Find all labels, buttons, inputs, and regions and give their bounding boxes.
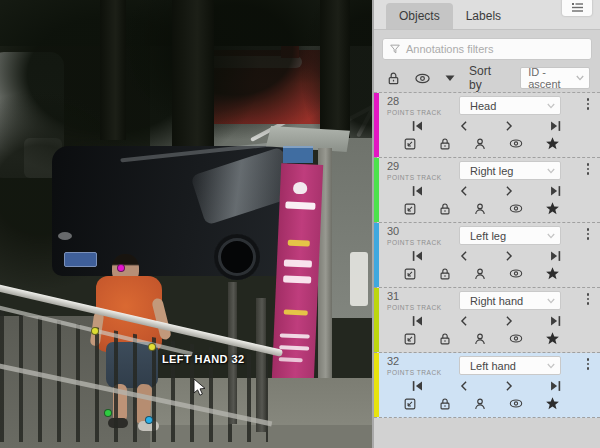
occluded-button[interactable] [473, 202, 487, 216]
object-menu-button[interactable] [582, 356, 594, 370]
filter-row: Annotations filters [374, 30, 600, 64]
first-keyframe-button[interactable] [411, 380, 424, 392]
next-keyframe-button[interactable] [504, 250, 514, 262]
chevron-down-icon [546, 362, 556, 370]
lock-button[interactable] [438, 397, 452, 411]
keyframe-star-button[interactable] [545, 201, 560, 216]
object-label-select[interactable]: Left leg [459, 226, 561, 245]
object-menu-button[interactable] [582, 161, 594, 175]
object-row[interactable]: 32 POINTS TRACK Left hand [374, 353, 600, 418]
keyframe-star-button[interactable] [545, 396, 560, 411]
occluded-button[interactable] [473, 137, 487, 151]
annotation-point-green-point[interactable] [104, 409, 112, 417]
lock-button[interactable] [438, 202, 452, 216]
suv-wheel [214, 234, 260, 280]
hide-button[interactable] [508, 397, 524, 410]
mouse-cursor [193, 379, 206, 397]
first-keyframe-button[interactable] [411, 315, 424, 327]
switch-outside-button[interactable] [403, 137, 417, 151]
keyframe-star-button[interactable] [545, 266, 560, 281]
object-menu-button[interactable] [582, 291, 594, 305]
sort-order-select[interactable]: ID - ascent [520, 67, 590, 89]
annotations-filter-input[interactable]: Annotations filters [382, 38, 592, 60]
previous-keyframe-button[interactable] [459, 120, 469, 132]
hide-button[interactable] [508, 267, 524, 280]
object-label-select[interactable]: Left hand [459, 356, 561, 375]
switch-outside-button[interactable] [403, 332, 417, 346]
hide-button[interactable] [508, 202, 524, 215]
object-label-select[interactable]: Right hand [459, 291, 561, 310]
annotation-point-yellow-point-left[interactable] [91, 327, 99, 335]
last-keyframe-button[interactable] [549, 315, 562, 327]
expand-all-caret-icon[interactable] [444, 73, 456, 83]
hide-all-button[interactable] [414, 71, 431, 86]
tree-trunk [100, 0, 126, 140]
keyframe-star-button[interactable] [545, 331, 560, 346]
next-keyframe-button[interactable] [504, 120, 514, 132]
switch-outside-button[interactable] [403, 267, 417, 281]
object-row[interactable]: 30 POINTS TRACK Left leg [374, 223, 600, 288]
object-label-select[interactable]: Head [459, 96, 561, 115]
keyframe-nav-row [387, 376, 594, 392]
annotation-point-magenta-point[interactable] [117, 264, 125, 272]
object-actions-row [387, 132, 594, 151]
object-id-block: 29 POINTS TRACK [387, 161, 447, 181]
lock-button[interactable] [438, 267, 452, 281]
next-keyframe-button[interactable] [504, 380, 514, 392]
lock-all-button[interactable] [386, 71, 401, 86]
object-menu-button[interactable] [582, 96, 594, 110]
object-actions-row [387, 262, 594, 281]
lock-button[interactable] [438, 332, 452, 346]
object-label-select[interactable]: Right leg [459, 161, 561, 180]
object-row[interactable]: 29 POINTS TRACK Right leg [374, 158, 600, 223]
appearance-panel-button[interactable] [562, 0, 592, 16]
hide-button[interactable] [508, 332, 524, 345]
last-keyframe-button[interactable] [549, 120, 562, 132]
previous-keyframe-button[interactable] [459, 185, 469, 197]
object-row[interactable]: 31 POINTS TRACK Right hand [374, 288, 600, 353]
object-id: 28 [387, 96, 447, 107]
annotation-point-cyan-point[interactable] [145, 416, 153, 424]
next-keyframe-button[interactable] [504, 185, 514, 197]
object-label: Head [470, 100, 546, 112]
last-keyframe-button[interactable] [549, 250, 562, 262]
occluded-button[interactable] [473, 332, 487, 346]
previous-keyframe-button[interactable] [459, 315, 469, 327]
first-keyframe-button[interactable] [411, 250, 424, 262]
chevron-down-icon [546, 167, 556, 175]
video-frame [0, 0, 372, 448]
chevron-down-icon [546, 102, 556, 110]
objects-list: 28 POINTS TRACK Head [374, 92, 600, 448]
switch-outside-button[interactable] [403, 202, 417, 216]
occluded-button[interactable] [473, 397, 487, 411]
filter-funnel-icon [389, 43, 401, 55]
annotation-canvas[interactable]: LEFT HAND 32 [0, 0, 372, 448]
tab-labels[interactable]: Labels [453, 3, 514, 29]
first-keyframe-button[interactable] [411, 120, 424, 132]
lock-button[interactable] [438, 137, 452, 151]
object-label: Right leg [470, 165, 546, 177]
previous-keyframe-button[interactable] [459, 250, 469, 262]
object-label: Left leg [470, 230, 546, 242]
occluded-button[interactable] [473, 267, 487, 281]
keyframe-star-button[interactable] [545, 136, 560, 151]
first-keyframe-button[interactable] [411, 185, 424, 197]
annotation-point-yellow-point-right[interactable] [148, 343, 156, 351]
chevron-down-icon [575, 74, 585, 82]
switch-outside-button[interactable] [403, 397, 417, 411]
previous-keyframe-button[interactable] [459, 380, 469, 392]
object-actions-row [387, 197, 594, 216]
objects-sidebar: Objects Labels Annotations filters [372, 0, 600, 448]
last-keyframe-button[interactable] [549, 380, 562, 392]
list-icon [571, 2, 584, 13]
tab-objects[interactable]: Objects [386, 3, 453, 29]
object-type: POINTS TRACK [387, 174, 447, 181]
object-menu-button[interactable] [582, 226, 594, 240]
next-keyframe-button[interactable] [504, 315, 514, 327]
hide-button[interactable] [508, 137, 524, 150]
object-row[interactable]: 28 POINTS TRACK Head [374, 93, 600, 158]
object-type: POINTS TRACK [387, 369, 447, 376]
chevron-down-icon [546, 232, 556, 240]
last-keyframe-button[interactable] [549, 185, 562, 197]
bright-wall-patch [350, 252, 368, 306]
